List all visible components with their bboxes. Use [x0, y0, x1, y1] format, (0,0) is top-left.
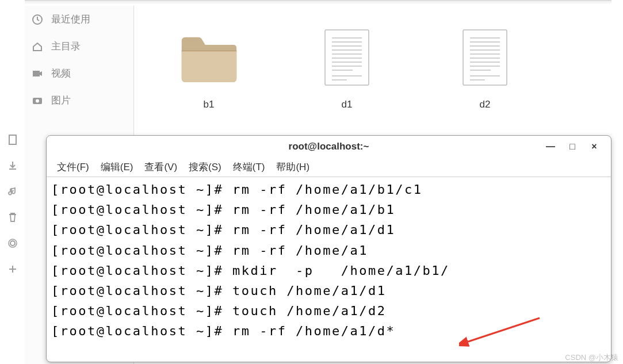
folder-icon [179, 23, 239, 92]
menu-help[interactable]: 帮助(H) [270, 160, 315, 174]
file-item-folder[interactable]: b1 [174, 23, 243, 110]
terminal-line: [root@localhost ~]# touch /home/a1/d1 [51, 281, 606, 301]
sidebar-item-label: 主目录 [51, 40, 81, 53]
file-item-label: b1 [174, 99, 243, 110]
file-item-label: d1 [312, 99, 381, 110]
sidebar-strip [0, 127, 25, 364]
svg-point-29 [10, 241, 15, 246]
trash-icon[interactable] [0, 204, 25, 230]
camera-icon [32, 95, 43, 106]
terminal-line: [root@localhost ~]# rm -rf /home/a1/b1/c… [51, 179, 606, 200]
minimize-button[interactable]: — [540, 140, 561, 153]
terminal-titlebar[interactable]: root@localhost:~ — □ × [47, 136, 611, 158]
close-button[interactable]: × [583, 140, 605, 153]
sidebar-item-recent[interactable]: 最近使用 [25, 6, 133, 33]
sidebar-item-label: 图片 [51, 94, 71, 107]
document-icon[interactable] [0, 127, 25, 152]
menu-terminal[interactable]: 终端(T) [227, 160, 271, 174]
sidebar-item-home[interactable]: 主目录 [25, 33, 133, 60]
watermark: CSDN @小木猿 [565, 352, 618, 363]
music-icon[interactable] [0, 178, 25, 204]
terminal-line: [root@localhost ~]# rm -rf /home/a1 [51, 240, 606, 260]
window-controls: — □ × [540, 136, 605, 158]
sidebar-item-pictures[interactable]: 图片 [25, 87, 133, 114]
sidebar-item-label: 视频 [51, 67, 71, 80]
terminal-line: [root@localhost ~]# touch /home/a1/d2 [51, 301, 606, 321]
svg-point-3 [36, 99, 39, 102]
svg-rect-1 [33, 71, 40, 76]
terminal-body[interactable]: [root@localhost ~]# rm -rf /home/a1/b1/c… [47, 177, 611, 344]
menu-file[interactable]: 文件(F) [51, 160, 95, 174]
terminal-title: root@localhost:~ [289, 141, 369, 152]
terminal-line: [root@localhost ~]# rm -rf /home/a1/d* [51, 321, 606, 341]
file-manager-toolbar [25, 0, 611, 3]
menu-edit[interactable]: 编辑(E) [95, 160, 139, 174]
menu-view[interactable]: 查看(V) [139, 160, 183, 174]
menu-search[interactable]: 搜索(S) [183, 160, 227, 174]
sidebar-item-videos[interactable]: 视频 [25, 60, 133, 87]
file-item-file[interactable]: d1 [312, 23, 381, 110]
home-icon [32, 41, 43, 52]
textfile-icon [455, 23, 515, 92]
download-icon[interactable] [0, 152, 25, 178]
terminal-line: [root@localhost ~]# rm -rf /home/a1/d1 [51, 220, 606, 240]
sidebar-item-label: 最近使用 [51, 13, 90, 26]
terminal-window: root@localhost:~ — □ × 文件(F) 编辑(E) 查看(V)… [46, 135, 611, 362]
terminal-line: [root@localhost ~]# rm -rf /home/a1/b1 [51, 200, 606, 220]
svg-rect-28 [9, 135, 16, 144]
textfile-icon [317, 23, 377, 92]
terminal-menubar: 文件(F) 编辑(E) 查看(V) 搜索(S) 终端(T) 帮助(H) [47, 158, 611, 177]
file-item-container: b1 d1 d2 [134, 6, 611, 128]
file-item-file[interactable]: d2 [450, 23, 519, 110]
clock-icon [32, 14, 43, 25]
computer-icon[interactable] [0, 230, 25, 256]
video-icon [32, 68, 43, 79]
terminal-line: [root@localhost ~]# mkdir -p /home/a1/b1… [51, 260, 606, 281]
maximize-button[interactable]: □ [561, 140, 583, 153]
file-item-label: d2 [450, 99, 519, 110]
plus-icon[interactable] [0, 256, 25, 282]
